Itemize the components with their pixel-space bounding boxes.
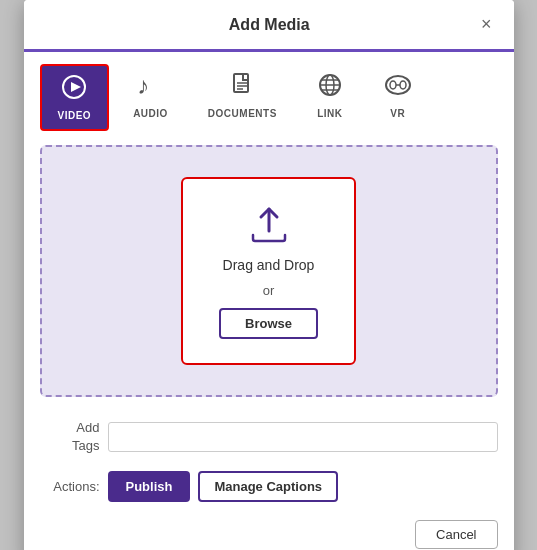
tab-link[interactable]: LINK [301,64,359,131]
publish-button[interactable]: Publish [108,471,191,502]
vr-icon [383,72,413,104]
tab-link-label: LINK [317,108,342,119]
actions-row: Actions: Publish Manage Captions [24,463,514,510]
drop-zone-container[interactable]: Drag and Drop or Browse [40,145,498,397]
browse-button[interactable]: Browse [219,308,318,339]
tab-audio-label: AUDIO [133,108,168,119]
actions-label: Actions: [40,479,100,494]
svg-point-14 [400,81,406,89]
tab-video-label: VIDEO [58,110,92,121]
close-button[interactable]: × [475,12,498,37]
cancel-button[interactable]: Cancel [415,520,497,549]
documents-icon [229,72,255,104]
dialog-header: Add Media × [24,0,514,52]
tab-documents[interactable]: DOCUMENTS [192,64,293,131]
tab-audio[interactable]: ♪ AUDIO [117,64,184,131]
add-tags-label: AddTags [40,419,100,455]
video-icon [61,74,87,106]
audio-icon: ♪ [137,72,163,104]
tab-vr[interactable]: VR [367,64,429,131]
upload-box: Drag and Drop or Browse [181,177,356,365]
dialog-title: Add Media [64,16,475,34]
or-text: or [263,283,275,298]
svg-point-13 [390,81,396,89]
svg-text:♪: ♪ [137,72,149,98]
tags-input[interactable] [108,422,498,452]
dialog-footer: Cancel [24,510,514,550]
link-icon [317,72,343,104]
upload-icon [247,203,291,247]
tab-vr-label: VR [390,108,405,119]
add-media-dialog: Add Media × VIDEO ♪ AUDIO [24,0,514,550]
svg-marker-1 [71,82,81,92]
manage-captions-button[interactable]: Manage Captions [198,471,338,502]
add-tags-row: AddTags [24,411,514,463]
drag-drop-text: Drag and Drop [223,257,315,273]
tab-video[interactable]: VIDEO [40,64,110,131]
tab-documents-label: DOCUMENTS [208,108,277,119]
media-type-tabs: VIDEO ♪ AUDIO DOCUMENTS [24,52,514,131]
